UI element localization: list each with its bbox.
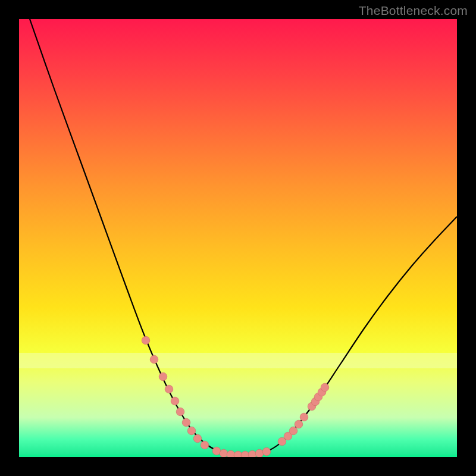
- data-point-right: [295, 420, 303, 428]
- chart-frame: TheBottleneck.com: [0, 0, 476, 476]
- data-point-left: [193, 434, 202, 443]
- watermark-text: TheBottleneck.com: [359, 4, 468, 18]
- data-point-left: [159, 372, 167, 381]
- chart-svg: [19, 19, 457, 457]
- data-point-bottom: [220, 449, 228, 457]
- data-point-bottom: [212, 447, 221, 455]
- data-point-left: [182, 418, 190, 427]
- data-point-left: [176, 408, 184, 416]
- data-point-left: [171, 397, 179, 405]
- data-point-left: [165, 385, 173, 393]
- data-point-bottom: [241, 451, 249, 457]
- highlight-band: [19, 353, 457, 368]
- data-point-left: [142, 336, 150, 345]
- data-point-bottom: [255, 449, 264, 457]
- data-point-bottom: [262, 447, 271, 456]
- data-point-left: [187, 427, 196, 435]
- bottleneck-curve: [30, 19, 457, 455]
- data-point-left: [201, 441, 209, 449]
- data-point-bottom: [227, 450, 235, 457]
- data-point-right: [289, 427, 298, 435]
- plot-area: [19, 19, 457, 457]
- data-point-bottom: [234, 451, 242, 457]
- data-point-bottom: [248, 450, 256, 457]
- data-point-left: [150, 355, 158, 364]
- data-point-right: [321, 383, 329, 392]
- data-point-right: [300, 413, 308, 421]
